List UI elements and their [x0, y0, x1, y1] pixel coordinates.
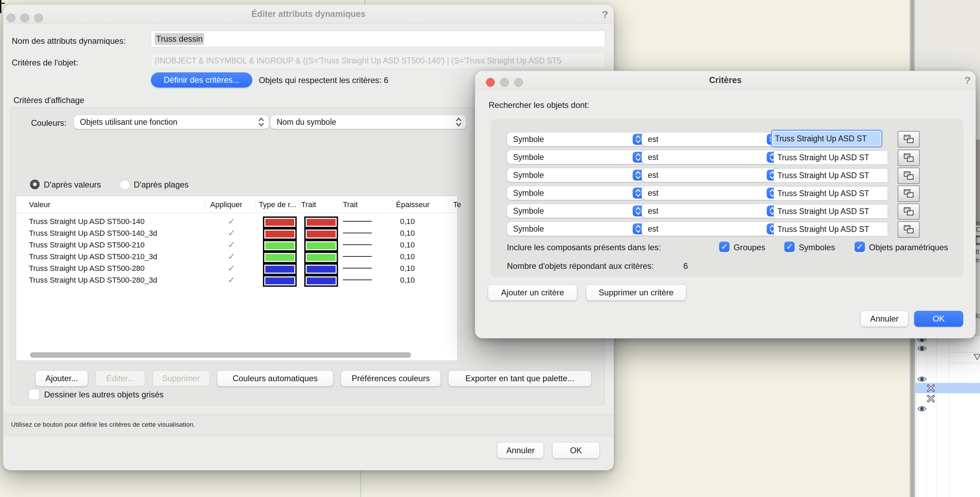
parametric-objects-checkbox-label[interactable]: Objets paramétriques: [869, 243, 948, 252]
table-row[interactable]: Truss Straight Up ASD ST500-280_3d ✓ 0,1…: [16, 274, 457, 286]
apply-check-icon[interactable]: ✓: [226, 228, 237, 239]
ok-button[interactable]: OK: [914, 311, 963, 327]
visibility-eye-icon[interactable]: [917, 345, 927, 352]
criterion-operator-dropdown[interactable]: est: [642, 204, 779, 218]
criterion-operator-dropdown[interactable]: est: [642, 150, 779, 164]
ok-button[interactable]: OK: [552, 442, 600, 459]
criterion-value-input[interactable]: Truss Straight Up ASD ST: [773, 186, 888, 201]
line-style-sample[interactable]: [343, 268, 372, 269]
pick-from-list-button[interactable]: [898, 150, 920, 166]
line-style-sample[interactable]: [343, 280, 372, 280]
define-criteria-button[interactable]: Définir des critères...: [151, 72, 252, 88]
fill-swatch[interactable]: [263, 228, 297, 240]
criterion-value-input[interactable]: Truss Straight Up ASD ST: [773, 150, 888, 165]
object-criteria-label: Critères de l'objet:: [12, 58, 78, 68]
fill-swatch[interactable]: [263, 252, 297, 263]
edit-value-button[interactable]: Éditer...: [95, 371, 145, 386]
gray-others-checkbox[interactable]: [29, 389, 40, 400]
name-input[interactable]: Truss dessin: [151, 31, 605, 47]
pen-swatch[interactable]: [304, 228, 338, 240]
pick-from-list-button[interactable]: [898, 185, 920, 202]
table-row[interactable]: Truss Straight Up ASD ST500-140_3d ✓ 0,1…: [16, 227, 457, 239]
criterion-field-dropdown[interactable]: Symbole: [507, 186, 645, 200]
selected-text: Truss dessin: [155, 33, 204, 45]
match-count-text: Objets qui respectent les critères: 6: [259, 75, 388, 85]
col-appliquer: Appliquer: [210, 200, 242, 209]
gray-others-label[interactable]: Dessiner les autres objets grisés: [44, 390, 164, 400]
table-row[interactable]: Truss Straight Up ASD ST500-210 ✓ 0,10: [16, 239, 457, 250]
hidden-x-icon[interactable]: [927, 384, 935, 392]
disclosure-triangle-icon[interactable]: [974, 354, 980, 360]
remove-criterion-button[interactable]: Supprimer un critère: [586, 285, 686, 301]
apply-check-icon[interactable]: ✓: [226, 251, 237, 262]
delete-value-button[interactable]: Supprimer: [153, 371, 210, 386]
apply-check-icon[interactable]: ✓: [226, 263, 237, 274]
groups-checkbox[interactable]: ✓: [719, 242, 730, 252]
parametric-objects-checkbox[interactable]: ✓: [854, 242, 865, 252]
pick-from-list-button[interactable]: [898, 131, 920, 148]
hidden-x-icon[interactable]: [927, 395, 935, 403]
radio-by-values[interactable]: [30, 180, 40, 189]
name-label: Nom des attributs dynamiques:: [12, 36, 126, 46]
line-style-sample[interactable]: [343, 244, 372, 245]
horizontal-scrollbar[interactable]: [30, 352, 411, 358]
corner-crop-mark: [0, 3, 5, 4]
pen-swatch[interactable]: [304, 240, 338, 252]
help-icon[interactable]: ?: [602, 9, 608, 20]
fill-swatch[interactable]: [263, 275, 297, 287]
criterion-operator-dropdown[interactable]: est: [642, 132, 779, 146]
cancel-button[interactable]: Annuler: [861, 311, 908, 327]
criterion-value-input[interactable]: Truss Straight Up ASD ST: [773, 222, 888, 236]
selected-row-highlight[interactable]: [915, 383, 980, 393]
add-criterion-button[interactable]: Ajouter un critère: [488, 285, 577, 301]
visibility-eye-icon[interactable]: [917, 406, 927, 412]
color-prefs-button[interactable]: Préférences couleurs: [341, 371, 441, 386]
guide-line-bottom: [360, 470, 361, 497]
criterion-value-input[interactable]: Truss Straight Up ASD ST: [773, 168, 888, 183]
fill-swatch[interactable]: [263, 263, 297, 275]
groups-checkbox-label[interactable]: Groupes: [733, 243, 765, 252]
color-source-dropdown[interactable]: Nom du symbole: [270, 115, 466, 129]
criterion-field-dropdown[interactable]: Symbole: [507, 168, 645, 182]
table-row[interactable]: Truss Straight Up ASD ST500-210_3d ✓ 0,1…: [16, 250, 457, 262]
criterion-field-dropdown[interactable]: Symbole: [507, 150, 645, 164]
overlapping-windows-icon: [904, 225, 914, 234]
radio-by-ranges-label[interactable]: D'après plages: [134, 180, 188, 190]
apply-check-icon[interactable]: ✓: [226, 216, 237, 227]
table-row[interactable]: Truss Straight Up ASD ST500-140 ✓ 0,10: [16, 215, 457, 227]
pen-swatch[interactable]: [304, 263, 338, 275]
radio-by-ranges[interactable]: [119, 180, 130, 190]
criterion-field-dropdown[interactable]: Symbole: [507, 204, 645, 218]
pen-swatch[interactable]: [304, 252, 338, 263]
line-style-sample[interactable]: [343, 256, 372, 257]
table-row[interactable]: Truss Straight Up ASD ST500-280 ✓ 0,10: [16, 262, 457, 274]
pen-swatch[interactable]: [304, 217, 338, 228]
line-style-sample[interactable]: [343, 233, 372, 233]
help-icon[interactable]: ?: [964, 75, 971, 86]
apply-check-icon[interactable]: ✓: [226, 275, 237, 285]
pick-from-list-button[interactable]: [898, 167, 920, 184]
auto-colors-button[interactable]: Couleurs automatiques: [217, 371, 333, 386]
apply-check-icon[interactable]: ✓: [226, 239, 237, 250]
pen-swatch[interactable]: [304, 275, 338, 287]
criterion-value-input-focused[interactable]: Truss Straight Up ASD ST: [771, 130, 883, 148]
criterion-operator-dropdown[interactable]: est: [642, 222, 779, 236]
cancel-button[interactable]: Annuler: [497, 442, 544, 459]
criterion-field-dropdown[interactable]: Symbole: [507, 222, 645, 236]
symbols-checkbox[interactable]: ✓: [784, 242, 795, 252]
line-style-sample[interactable]: [343, 221, 372, 221]
fill-swatch[interactable]: [263, 240, 297, 252]
symbols-checkbox-label[interactable]: Symboles: [799, 243, 835, 252]
pick-from-list-button[interactable]: [898, 203, 920, 220]
fill-swatch[interactable]: [263, 217, 297, 228]
pick-from-list-button[interactable]: [898, 221, 920, 238]
add-value-button[interactable]: Ajouter...: [35, 371, 88, 386]
criterion-operator-dropdown[interactable]: est: [642, 186, 779, 200]
criterion-field-dropdown[interactable]: Symbole: [507, 132, 645, 146]
visibility-eye-icon[interactable]: [917, 376, 927, 382]
criterion-value-input[interactable]: Truss Straight Up ASD ST: [773, 204, 888, 218]
color-mode-dropdown[interactable]: Objets utilisant une fonction: [74, 115, 269, 129]
radio-by-values-label[interactable]: D'après valeurs: [44, 180, 101, 190]
export-palette-button[interactable]: Exporter en tant que palette...: [448, 371, 591, 386]
criterion-operator-dropdown[interactable]: est: [642, 168, 779, 182]
